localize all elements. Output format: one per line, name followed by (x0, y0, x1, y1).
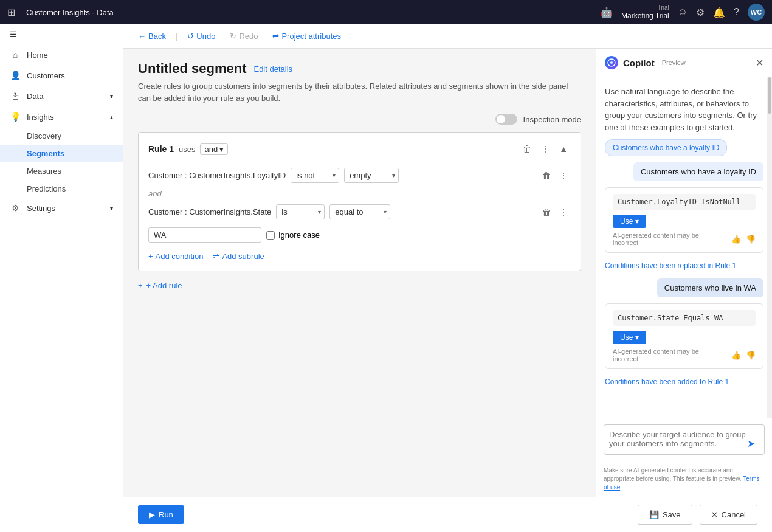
use-label1: Use (620, 217, 633, 226)
back-label: Back (148, 32, 166, 41)
scrollbar-thumb[interactable] (768, 77, 771, 114)
thumbs-down1[interactable]: 👎 (746, 235, 756, 244)
suggested-chip1[interactable]: Customers who have a loyalty ID (605, 139, 727, 156)
inspection-toggle[interactable] (495, 114, 517, 125)
sidebar-item-home[interactable]: ⌂ Home (0, 44, 123, 65)
segment-title: Untitled segment (138, 61, 246, 77)
run-button[interactable]: ▶ Run (138, 505, 184, 524)
rule-header: Rule 1 uses and ▾ 🗑 ⋮ ▲ (148, 142, 571, 156)
bell-icon[interactable]: 🔔 (713, 7, 725, 18)
project-attributes-label: Project attributes (281, 32, 341, 41)
condition1-actions: 🗑 ⋮ (539, 169, 571, 182)
settings-chevron: ▾ (110, 205, 113, 212)
copilot-input[interactable] (604, 424, 765, 455)
grid-icon[interactable]: ⊞ (7, 7, 15, 18)
state-value-input[interactable] (148, 227, 261, 243)
copilot-send-button[interactable]: ➤ (747, 438, 755, 449)
rule-and-badge[interactable]: and ▾ (200, 143, 228, 155)
condition1-row: Customer : CustomerInsights.LoyaltyID is… (148, 164, 571, 187)
sidebar-item-settings[interactable]: ⚙ Settings ▾ (0, 198, 123, 218)
add-rule-button[interactable]: + + Add rule (138, 281, 182, 290)
text-input-row: Ignore case (148, 223, 571, 247)
add-rule-label: + Add rule (146, 281, 182, 290)
back-button[interactable]: ← Back (133, 29, 171, 43)
use-btn2-wrapper: Use ▾ (613, 331, 756, 348)
trial-badge: Trial Marketing Trial (621, 4, 669, 20)
rule-delete-btn[interactable]: 🗑 (520, 142, 534, 156)
cancel-icon: ✕ (711, 510, 718, 519)
cancel-button[interactable]: ✕ Cancel (700, 505, 757, 525)
rule-more-btn[interactable]: ⋮ (538, 142, 553, 156)
rule-and-chevron: ▾ (219, 145, 224, 154)
condition2-value-wrapper[interactable]: equal to not equal to (329, 204, 390, 219)
condition2-delete-btn[interactable]: 🗑 (539, 206, 554, 219)
copilot-icon[interactable]: 🤖 (601, 7, 613, 18)
edit-details-link[interactable]: Edit details (253, 64, 292, 74)
sidebar-hamburger[interactable]: ☰ (0, 24, 123, 44)
project-attributes-icon: ⇌ (272, 32, 279, 41)
help-icon[interactable]: ? (734, 7, 739, 18)
sidebar-item-customers[interactable]: 👤 Customers (0, 65, 123, 86)
condition2-operator-wrapper[interactable]: is is not (276, 204, 325, 219)
avatar[interactable]: WC (748, 4, 765, 21)
condition2-value[interactable]: equal to not equal to (329, 204, 390, 219)
thumbs-down2[interactable]: 👎 (746, 351, 756, 360)
undo-icon: ↺ (187, 32, 194, 41)
condition1-value[interactable]: empty not empty (344, 168, 399, 183)
rule-header-actions: 🗑 ⋮ ▲ (520, 142, 571, 156)
footer-text: Make sure AI-generated content is accura… (604, 467, 742, 482)
sidebar-item-measures[interactable]: Measures (0, 162, 123, 180)
use-label2: Use (620, 333, 633, 342)
sidebar-item-insights[interactable]: 💡 Insights ▴ (0, 106, 123, 127)
insights-chevron: ▴ (110, 114, 113, 120)
use-button1[interactable]: Use ▾ (613, 215, 646, 228)
thumbs-up1[interactable]: 👍 (731, 235, 741, 244)
sidebar-item-discovery[interactable]: Discovery (0, 127, 123, 145)
breadcrumb-bar: ← Back | ↺ Undo ↻ Redo ⇌ Project attribu… (123, 24, 772, 49)
rule-box: Rule 1 uses and ▾ 🗑 ⋮ ▲ (138, 132, 581, 271)
condition2-operator[interactable]: is is not (276, 204, 325, 219)
condition1-more-btn[interactable]: ⋮ (556, 169, 571, 182)
sidebar-customers-label: Customers (27, 71, 65, 80)
condition1-operator[interactable]: is not is (291, 168, 339, 183)
use-button2[interactable]: Use ▾ (613, 331, 646, 344)
copilot-title: Copilot (623, 58, 655, 68)
subrule-icon: ⇌ (213, 252, 219, 261)
save-button[interactable]: 💾 Save (638, 505, 692, 525)
rule-title: Rule 1 (148, 144, 174, 154)
copilot-input-area: ➤ (596, 418, 772, 463)
main-layout: ☰ ⌂ Home 👤 Customers 🗄 Data ▾ 💡 Insights… (0, 24, 772, 532)
use-btn1-wrapper: Use ▾ (613, 215, 756, 232)
condition1-operator-wrapper[interactable]: is not is (291, 168, 339, 183)
sidebar-item-data[interactable]: 🗄 Data ▾ (0, 86, 123, 106)
copilot-close-button[interactable]: ✕ (756, 57, 763, 69)
customers-icon: 👤 (10, 71, 21, 80)
ignore-case-label[interactable]: Ignore case (266, 227, 320, 243)
copilot-messages-wrapper: Use natural language to describe the cha… (596, 77, 772, 418)
page-content: Untitled segment Edit details Create rul… (123, 49, 596, 497)
sidebar-item-predictions[interactable]: Predictions (0, 180, 123, 198)
redo-button[interactable]: ↻ Redo (225, 29, 263, 43)
project-attributes-button[interactable]: ⇌ Project attributes (267, 29, 346, 43)
sidebar-item-segments[interactable]: Segments (0, 145, 123, 162)
emoji-icon[interactable]: ☺ (678, 7, 688, 18)
ignore-case-checkbox[interactable] (266, 231, 275, 240)
breadcrumb-sep1: | (176, 32, 177, 41)
rule-collapse-btn[interactable]: ▲ (556, 142, 571, 156)
disclaimer2-text: AI-generated content may be incorrect (613, 348, 726, 362)
sidebar-settings-label: Settings (27, 204, 55, 213)
condition2-more-btn[interactable]: ⋮ (556, 206, 571, 219)
thumbs-up2[interactable]: 👍 (731, 351, 741, 360)
and-separator: and (148, 187, 571, 201)
trial-label: Trial (658, 4, 669, 12)
inspection-row: Inspection mode (138, 114, 581, 125)
use-chevron1: ▾ (635, 217, 639, 226)
run-label: Run (159, 510, 173, 519)
add-subrule-button[interactable]: ⇌ Add subrule (213, 252, 264, 261)
condition1-value-wrapper[interactable]: empty not empty (344, 168, 399, 183)
settings-icon[interactable]: ⚙ (696, 7, 705, 18)
undo-button[interactable]: ↺ Undo (182, 29, 220, 43)
add-condition-button[interactable]: + Add condition (148, 252, 203, 261)
sidebar: ☰ ⌂ Home 👤 Customers 🗄 Data ▾ 💡 Insights… (0, 24, 123, 532)
condition1-delete-btn[interactable]: 🗑 (539, 169, 554, 182)
